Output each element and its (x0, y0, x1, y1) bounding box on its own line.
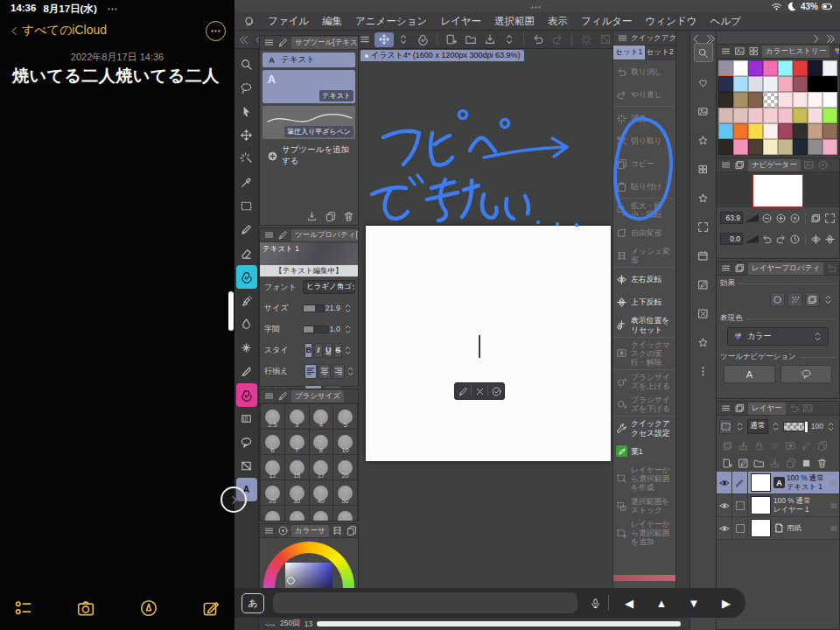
search-layer-tab-icon[interactable] (802, 402, 814, 414)
layer-color-button[interactable] (805, 292, 820, 307)
approx-color-tab-icon[interactable] (832, 46, 839, 57)
layer-edit-state[interactable] (732, 472, 748, 494)
panel-menu-icon[interactable] (720, 46, 732, 57)
ruler-icon[interactable] (801, 440, 812, 452)
color-swatch[interactable] (793, 76, 808, 92)
dock-xbox-button[interactable] (695, 304, 712, 322)
multitask-indicator-icon[interactable] (107, 4, 118, 15)
font-select[interactable]: ヒラギノ角ゴシ (303, 280, 355, 294)
eyedropper-tool[interactable] (236, 171, 257, 194)
back-button[interactable]: すべてのiCloud (22, 23, 107, 38)
collapse-left-icon[interactable] (238, 34, 249, 46)
color-swatch[interactable] (763, 92, 778, 108)
stepper-toolbar-button[interactable] (394, 32, 413, 47)
style-u-button[interactable]: U (325, 343, 332, 358)
color-set-tab-icon[interactable] (734, 46, 746, 57)
dock-star-button[interactable] (695, 189, 712, 206)
qa-item-redo[interactable]: やり直し (613, 83, 676, 107)
delete-layer-button[interactable] (816, 458, 828, 469)
dock-editbox-button[interactable] (695, 276, 712, 293)
dock-heart-button[interactable] (695, 74, 712, 91)
brush-size-40[interactable]: 40 (310, 480, 333, 505)
trash-icon[interactable] (343, 211, 354, 222)
color-swatch[interactable] (793, 123, 808, 139)
camera-button[interactable] (76, 598, 95, 618)
dock-image-button[interactable] (695, 102, 712, 120)
qa-item-paste[interactable]: 貼り付け (613, 175, 676, 199)
layer-visibility-toggle[interactable] (717, 494, 732, 516)
panel-menu-icon[interactable] (720, 262, 732, 274)
dock-star-button[interactable] (695, 131, 712, 149)
checklist-button[interactable] (14, 598, 33, 618)
language-key[interactable]: あ (242, 593, 264, 613)
color-cursor[interactable] (287, 577, 295, 584)
qa-item-brushup[interactable]: ブラシサイズを上げる (613, 370, 676, 393)
lock-icon[interactable] (753, 440, 765, 452)
color-swatch[interactable] (808, 123, 822, 139)
brush-size-3[interactable]: 3 (285, 404, 309, 429)
liquify-tool[interactable] (236, 312, 257, 336)
balloon-tool[interactable] (236, 430, 257, 454)
color-swatch[interactable] (748, 108, 763, 123)
menu-item-7[interactable]: ウィンドウ (646, 15, 697, 28)
qa-item-seladd[interactable]: レイヤーから選択範囲を追加 (613, 517, 676, 549)
brush-size-4[interactable]: 4 (310, 404, 333, 429)
brush-size-17[interactable]: 17 (310, 455, 333, 480)
confirm-icon[interactable] (488, 386, 504, 397)
color-swatch[interactable] (718, 123, 733, 139)
brush-size-2.5[interactable]: 2.5 (261, 404, 284, 429)
color-swatch[interactable] (763, 108, 778, 123)
brush-size-70[interactable]: 70 (285, 506, 309, 522)
color-swatch[interactable] (748, 123, 763, 139)
qa-item-selrect[interactable]: レイヤーから選択範囲を作成 (613, 463, 676, 494)
subview-tab-icon[interactable] (803, 159, 815, 171)
color-swatch[interactable] (822, 76, 837, 92)
mask-enable-icon[interactable] (785, 440, 796, 452)
color-swatch[interactable] (808, 92, 822, 108)
menu-item-1[interactable]: 編集 (322, 15, 342, 28)
edge-swipe-handle[interactable] (220, 486, 247, 513)
subtool-tile-text[interactable]: A テキスト (262, 70, 355, 103)
qa-item-quickmask[interactable]: クイックマスクの実行・解除 (613, 338, 676, 370)
fit-window-button[interactable] (824, 213, 836, 224)
brush-size-60[interactable]: 60 (261, 506, 284, 522)
subtool-tile-pen[interactable]: 筆圧入り平ざらペン (262, 106, 355, 139)
rotate-right-button[interactable] (775, 234, 787, 245)
brush-size-30[interactable]: 30 (285, 480, 309, 505)
align-c-button[interactable] (318, 364, 331, 379)
color-swatch[interactable] (718, 108, 733, 123)
arrow-up-key[interactable]: ▲ (648, 597, 675, 610)
qa-item-flipv[interactable]: 上下反転 (613, 290, 676, 313)
dock-expand-button[interactable] (695, 218, 712, 235)
color-swatch[interactable] (778, 76, 793, 92)
brush-tool[interactable] (236, 360, 257, 383)
pad-tab-icon[interactable] (346, 525, 357, 536)
merge-layer-button[interactable] (785, 458, 796, 469)
split-view-divider-handle[interactable] (228, 291, 234, 331)
qa-item-mesh[interactable]: メッシュ変形 (613, 244, 676, 268)
lasso-tool[interactable] (236, 76, 257, 100)
rotate-reset-button[interactable] (789, 234, 801, 245)
menu-item-8[interactable]: ヘルプ (710, 15, 740, 28)
palette-color-button[interactable] (719, 419, 732, 434)
color-swatch[interactable] (718, 60, 733, 76)
color-swatch[interactable] (748, 60, 763, 76)
eraser-tool[interactable] (236, 242, 257, 265)
color-swatch[interactable] (822, 139, 837, 155)
color-swatch[interactable] (793, 60, 808, 76)
canvas-tab[interactable]: イラスト4* (1600 x 1200px 300dpi 63.9%) (360, 50, 524, 61)
stepper-toolbar-button[interactable] (500, 32, 519, 47)
color-swatch[interactable] (778, 123, 793, 139)
stepper-icon[interactable] (342, 345, 354, 356)
style-s-button[interactable]: S (334, 343, 342, 358)
color-swatch[interactable] (808, 139, 822, 155)
transfer-layer-button[interactable] (769, 458, 780, 469)
note-title[interactable]: 焼いてる二人焼いてる二人 (12, 65, 222, 88)
brush-size-50[interactable]: 50 (333, 480, 357, 505)
text-suggestion-field[interactable] (273, 592, 578, 613)
auto-select-tool[interactable] (236, 147, 257, 171)
color-swatch[interactable] (808, 76, 822, 92)
undo-tab-icon[interactable] (788, 402, 800, 414)
layer-thumbnail[interactable] (751, 496, 771, 514)
zoom-slider[interactable] (746, 214, 759, 222)
